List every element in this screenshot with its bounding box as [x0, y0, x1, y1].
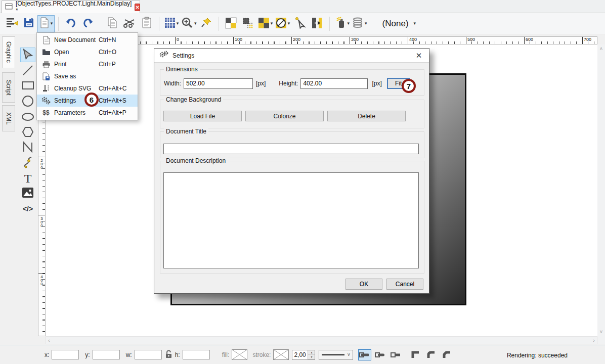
scroll-right-icon[interactable]: › — [593, 337, 595, 343]
join-bevel-button[interactable] — [440, 349, 453, 360]
pick-element-button[interactable] — [291, 15, 309, 32]
undo-button[interactable] — [62, 15, 79, 32]
join-miter-button[interactable] — [409, 349, 422, 360]
group-legend: Dimensions — [164, 66, 200, 73]
scroll-left-icon[interactable]: ‹ — [48, 337, 50, 343]
vertical-scrollbar[interactable]: ˄ ˅ — [597, 44, 605, 336]
lock-icon[interactable] — [165, 350, 172, 360]
ruler-tick — [38, 157, 45, 157]
background-fill-button[interactable] — [223, 15, 240, 32]
stroke-swatch[interactable] — [273, 349, 289, 360]
spin-up-icon[interactable]: ▲ — [308, 350, 315, 355]
step-badge-7: 7 — [402, 79, 416, 93]
state-selector-dropdown[interactable]: (None) ▾ — [382, 19, 416, 29]
join-miter-icon — [411, 351, 419, 358]
stroke-width-value: 2,00 — [292, 351, 308, 358]
ruler-label: 0 — [177, 37, 179, 42]
rectangle-tool[interactable] — [20, 79, 35, 94]
dialog-titlebar[interactable]: Settings ✕ — [154, 49, 429, 63]
cap-butt-button[interactable] — [358, 349, 371, 360]
document-title-input[interactable] — [163, 144, 419, 154]
document-tab[interactable]: [ObjectTypes.PROJECT.Light.MainDisplay] … — [2, 1, 140, 13]
file-menu-button[interactable]: ▾ — [37, 15, 55, 32]
ruler-label: 300 — [39, 216, 44, 227]
x-input[interactable] — [52, 350, 79, 359]
join-round-button[interactable] — [424, 349, 438, 360]
line-tool[interactable] — [20, 64, 35, 78]
side-tab-label: XML — [5, 112, 12, 125]
window-icon — [5, 3, 13, 11]
menu-item-shortcut: Ctrl+Alt+P — [99, 109, 126, 116]
ellipse-tool[interactable] — [20, 110, 35, 125]
ruler-tick — [466, 37, 466, 44]
save-button[interactable] — [20, 15, 37, 32]
copy-button[interactable] — [104, 15, 121, 32]
panel-slide-button[interactable] — [309, 15, 326, 32]
menu-item-open[interactable]: Open Ctrl+O — [37, 46, 138, 58]
spin-down-icon[interactable]: ▼ — [308, 355, 315, 359]
menu-item-save-as[interactable]: Save as — [37, 70, 138, 82]
menu-item-print[interactable]: Print Ctrl+P — [37, 58, 138, 70]
side-tab-xml[interactable]: XML — [2, 105, 15, 131]
colorize-button[interactable]: Colorize — [245, 111, 324, 121]
text-tool[interactable]: T — [20, 171, 35, 186]
width-input[interactable] — [184, 78, 253, 89]
image-icon — [22, 187, 34, 200]
tab-close-button[interactable]: ✕ — [135, 4, 140, 11]
zoom-button[interactable]: ▾ — [180, 15, 198, 32]
height-input[interactable] — [300, 78, 368, 89]
horizontal-scrollbar[interactable]: ‹ › — [46, 336, 597, 344]
code-tool[interactable]: </> — [20, 201, 35, 216]
menu-item-label: New Document — [54, 36, 96, 43]
grid-button[interactable]: ▾ — [163, 15, 180, 32]
document-description-textarea[interactable] — [163, 172, 419, 268]
paste-button[interactable] — [138, 15, 155, 32]
cancel-button[interactable]: Cancel — [386, 279, 423, 290]
polyline-tool[interactable] — [20, 141, 35, 155]
side-tab-script[interactable]: Script — [2, 72, 15, 103]
curve-icon — [22, 156, 34, 170]
snap-grid-button[interactable] — [240, 15, 257, 32]
ruler-label: 100 — [235, 37, 242, 42]
zoom-in-icon — [181, 17, 193, 30]
line-style-dropdown[interactable]: ˅ — [319, 350, 353, 360]
pattern-button[interactable]: ▾ — [257, 15, 274, 32]
pin-button[interactable] — [198, 15, 215, 32]
cut-button[interactable] — [121, 15, 138, 32]
w-input[interactable] — [135, 350, 162, 359]
scroll-up-icon[interactable]: ˄ — [600, 46, 603, 52]
no-fill-button[interactable]: ▾ — [274, 15, 291, 32]
menu-item-label: Open — [54, 49, 69, 56]
y-input[interactable] — [93, 350, 120, 359]
scroll-down-icon[interactable]: ˅ — [600, 329, 603, 335]
document-tab-title: [ObjectTypes.PROJECT.Light.MainDisplay] … — [16, 0, 132, 14]
stroke-width-spinner[interactable]: 2,00 ▲ ▼ — [292, 350, 315, 360]
menu-item-label: Print — [54, 61, 67, 68]
menu-item-parameters[interactable]: $$ Parameters Ctrl+Alt+P — [37, 107, 138, 119]
coil-button[interactable]: ▾ — [351, 15, 368, 32]
redo-button[interactable] — [79, 15, 97, 32]
ok-button[interactable]: OK — [345, 279, 382, 290]
select-tool[interactable] — [20, 48, 35, 62]
gears-icon — [41, 97, 51, 105]
menu-item-shortcut: Ctrl+O — [99, 49, 116, 56]
path-tool[interactable] — [20, 156, 35, 170]
delete-button[interactable]: Delete — [327, 111, 406, 121]
h-input[interactable] — [183, 350, 210, 359]
circle-tool[interactable] — [20, 95, 35, 109]
cap-square-button[interactable] — [390, 349, 403, 360]
image-tool[interactable] — [20, 186, 35, 201]
load-file-button[interactable]: Load File — [163, 111, 242, 121]
width-label: Width: — [164, 80, 181, 87]
spray-button[interactable]: ▾ — [333, 15, 351, 32]
menu-item-new-document[interactable]: New Document Ctrl+N — [37, 34, 138, 46]
document-list-button[interactable] — [3, 15, 20, 32]
ruler-tick — [175, 37, 176, 44]
polygon-tool[interactable] — [20, 125, 35, 140]
undo-icon — [65, 17, 77, 30]
fill-swatch[interactable] — [232, 349, 247, 360]
menu-item-cleanup-svg[interactable]: Cleanup SVG Ctrl+Alt+C — [37, 82, 138, 95]
cap-round-button[interactable] — [374, 349, 387, 360]
dialog-close-button[interactable]: ✕ — [414, 51, 424, 60]
side-tab-graphic[interactable]: Graphic — [2, 36, 15, 68]
